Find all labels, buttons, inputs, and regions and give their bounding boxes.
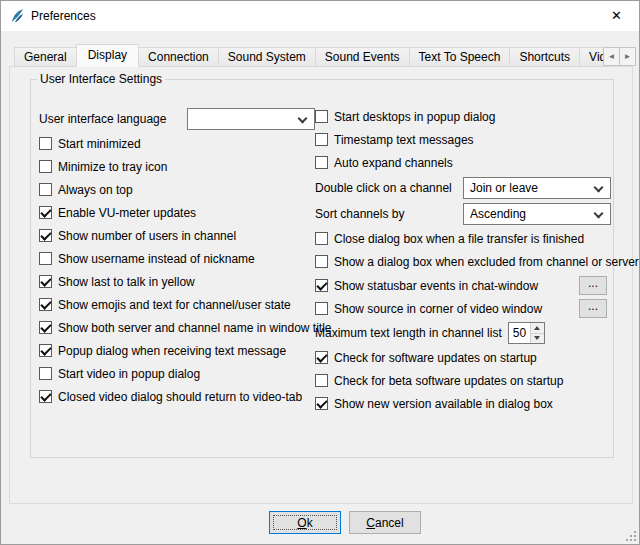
- checkbox-label: Enable VU-meter updates: [58, 206, 196, 220]
- resize-grip[interactable]: [624, 529, 637, 542]
- sort-channels-row: Sort channels by Ascending: [315, 203, 611, 225]
- group-title: User Interface Settings: [37, 72, 165, 86]
- checkbox-row[interactable]: Always on top: [39, 181, 315, 198]
- language-select[interactable]: [187, 108, 315, 130]
- video-source-row[interactable]: Show source in corner of video window ..…: [315, 299, 611, 318]
- tab-label: Shortcuts: [519, 50, 570, 64]
- checkbox[interactable]: [39, 229, 52, 242]
- checkbox-row[interactable]: Show number of users in channel: [39, 227, 315, 244]
- tab[interactable]: Sound System: [218, 47, 316, 67]
- tab[interactable]: Sound Events: [315, 47, 410, 67]
- close-button[interactable]: ✕: [594, 1, 639, 30]
- tab[interactable]: Display: [76, 44, 139, 67]
- app-icon: [9, 8, 25, 24]
- checkbox[interactable]: [39, 298, 52, 311]
- chevron-right-icon: ►: [624, 52, 632, 61]
- checkbox[interactable]: [39, 252, 52, 265]
- tab-label: General: [24, 50, 67, 64]
- checkbox[interactable]: [39, 367, 52, 380]
- ok-button[interactable]: Ok: [269, 511, 341, 534]
- right-mid-checkbox-list: Close dialog box when a file transfer is…: [315, 230, 611, 270]
- tab[interactable]: General: [14, 47, 77, 67]
- checkbox-row[interactable]: Show username instead of nickname: [39, 250, 315, 267]
- checkbox-row[interactable]: Popup dialog when receiving text message: [39, 342, 315, 359]
- checkbox-label: Show statusbar events in chat-window: [334, 279, 538, 293]
- checkbox-row[interactable]: Check for software updates on startup: [315, 349, 611, 366]
- checkbox[interactable]: [315, 397, 328, 410]
- chevron-down-icon: [594, 183, 604, 193]
- checkbox[interactable]: [315, 110, 328, 123]
- checkbox[interactable]: [315, 156, 328, 169]
- checkbox-row[interactable]: Show emojis and text for channel/user st…: [39, 296, 315, 313]
- checkbox[interactable]: [315, 255, 328, 268]
- tab-scroll-left-button[interactable]: ◄: [603, 47, 620, 66]
- checkbox[interactable]: [315, 133, 328, 146]
- cancel-button[interactable]: Cancel: [349, 511, 421, 534]
- checkbox[interactable]: [39, 344, 52, 357]
- triangle-up-icon: [534, 326, 540, 330]
- checkbox-row[interactable]: Check for beta software updates on start…: [315, 372, 611, 389]
- sort-channels-select[interactable]: Ascending: [463, 203, 611, 225]
- checkbox-label: Show new version available in dialog box: [334, 397, 553, 411]
- titlebar: Preferences ✕: [1, 1, 639, 31]
- ui-settings-group: User Interface Settings User interface l…: [30, 72, 614, 458]
- checkbox-row[interactable]: Close dialog box when a file transfer is…: [315, 230, 611, 247]
- tab[interactable]: Shortcuts: [509, 47, 580, 67]
- checkbox-row[interactable]: Closed video dialog should return to vid…: [39, 388, 315, 405]
- double-click-select[interactable]: Join or leave: [463, 177, 611, 199]
- double-click-row: Double click on a channel Join or leave: [315, 177, 611, 199]
- spin-down-button[interactable]: [531, 333, 544, 344]
- tab[interactable]: Connection: [138, 47, 219, 67]
- checkbox[interactable]: [39, 321, 52, 334]
- checkbox[interactable]: [315, 302, 328, 315]
- checkbox-row[interactable]: Show new version available in dialog box: [315, 395, 611, 412]
- checkbox-label: Show a dialog box when excluded from cha…: [334, 255, 639, 269]
- checkbox-row[interactable]: Start minimized: [39, 135, 315, 152]
- ok-button-label: Ok: [297, 516, 312, 530]
- sort-channels-label: Sort channels by: [315, 207, 404, 221]
- checkbox[interactable]: [39, 275, 52, 288]
- checkbox[interactable]: [315, 351, 328, 364]
- checkbox-row[interactable]: Start desktops in popup dialog: [315, 108, 611, 125]
- max-text-length-spinner[interactable]: 50: [508, 322, 545, 344]
- checkbox-row[interactable]: Timestamp text messages: [315, 131, 611, 148]
- tab-label: Connection: [148, 50, 209, 64]
- checkbox-row[interactable]: Show both server and channel name in win…: [39, 319, 315, 336]
- checkbox-label: Start minimized: [58, 137, 141, 151]
- spin-up-button[interactable]: [531, 323, 544, 333]
- right-bottom-checkbox-list: Check for software updates on startup Ch…: [315, 349, 611, 412]
- statusbar-events-config-button[interactable]: ...: [579, 276, 607, 295]
- max-text-length-value[interactable]: 50: [509, 323, 530, 343]
- video-source-config-button[interactable]: ...: [579, 299, 607, 318]
- checkbox[interactable]: [39, 160, 52, 173]
- checkbox-label: Start video in popup dialog: [58, 367, 200, 381]
- max-text-length-label: Maximum text length in channel list: [315, 326, 502, 340]
- max-text-length-row: Maximum text length in channel list 50: [315, 322, 611, 344]
- checkbox[interactable]: [39, 390, 52, 403]
- right-top-checkbox-list: Start desktops in popup dialog Timestamp…: [315, 108, 611, 171]
- sort-channels-value: Ascending: [470, 207, 526, 221]
- checkbox[interactable]: [315, 374, 328, 387]
- triangle-down-icon: [534, 336, 540, 340]
- checkbox-label: Show both server and channel name in win…: [58, 321, 332, 335]
- checkbox-row[interactable]: Show last to talk in yellow: [39, 273, 315, 290]
- checkbox-row[interactable]: Auto expand channels: [315, 154, 611, 171]
- checkbox[interactable]: [39, 183, 52, 196]
- checkbox-row[interactable]: Enable VU-meter updates: [39, 204, 315, 221]
- checkbox[interactable]: [39, 137, 52, 150]
- tab-label: Display: [88, 48, 127, 62]
- checkbox-label: Always on top: [58, 183, 133, 197]
- checkbox-label: Check for beta software updates on start…: [334, 374, 563, 388]
- double-click-label: Double click on a channel: [315, 181, 452, 195]
- tab[interactable]: Text To Speech: [409, 47, 511, 67]
- checkbox-row[interactable]: Minimize to tray icon: [39, 158, 315, 175]
- statusbar-events-row[interactable]: Show statusbar events in chat-window ...: [315, 276, 611, 295]
- checkbox-row[interactable]: Show a dialog box when excluded from cha…: [315, 253, 611, 270]
- left-checkbox-list: Start minimized Minimize to tray icon Al…: [39, 135, 315, 405]
- checkbox-row[interactable]: Start video in popup dialog: [39, 365, 315, 382]
- checkbox[interactable]: [39, 206, 52, 219]
- checkbox-label: Minimize to tray icon: [58, 160, 167, 174]
- checkbox[interactable]: [315, 232, 328, 245]
- tab-scroll-right-button[interactable]: ►: [619, 47, 636, 66]
- checkbox[interactable]: [315, 279, 328, 292]
